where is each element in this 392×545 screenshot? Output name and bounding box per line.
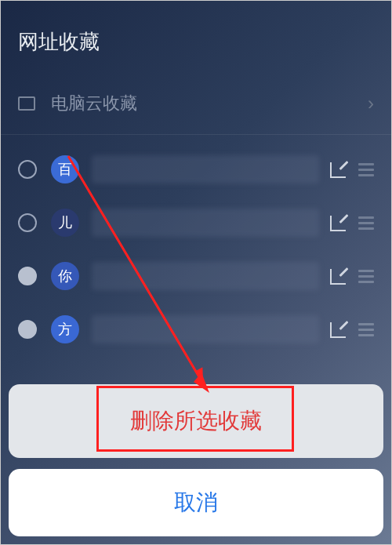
bookmark-title xyxy=(92,315,319,343)
edit-icon[interactable] xyxy=(330,321,347,338)
page-title: 网址收藏 xyxy=(18,28,374,56)
checkbox[interactable] xyxy=(18,320,37,339)
edit-icon[interactable] xyxy=(330,267,347,285)
action-sheet: 删除所选收藏 取消 xyxy=(9,384,383,536)
cancel-button[interactable]: 取消 xyxy=(9,469,383,536)
site-badge: 百 xyxy=(51,155,79,183)
list-item[interactable]: 儿 xyxy=(1,196,391,249)
checkbox[interactable] xyxy=(18,267,37,285)
monitor-icon xyxy=(18,96,35,111)
bookmark-title xyxy=(92,262,319,290)
delete-label: 删除所选收藏 xyxy=(130,409,262,433)
bookmark-title xyxy=(92,155,319,183)
site-badge: 你 xyxy=(51,262,79,290)
edit-icon[interactable] xyxy=(330,214,347,231)
list-item[interactable]: 方 xyxy=(1,303,391,356)
drag-handle-icon[interactable] xyxy=(358,323,374,336)
bookmark-title xyxy=(92,209,319,237)
drag-handle-icon[interactable] xyxy=(358,270,374,283)
cancel-label: 取消 xyxy=(174,490,218,514)
delete-button[interactable]: 删除所选收藏 xyxy=(9,384,383,458)
site-badge: 儿 xyxy=(51,209,79,237)
list-item[interactable]: 你 xyxy=(1,249,391,303)
checkbox[interactable] xyxy=(18,160,37,179)
bookmark-list: 百 儿 你 方 xyxy=(1,135,391,356)
drag-handle-icon[interactable] xyxy=(358,216,374,230)
chevron-right-icon: › xyxy=(368,93,374,114)
cloud-sync-label: 电脑云收藏 xyxy=(51,92,368,115)
list-item[interactable]: 百 xyxy=(1,143,391,196)
drag-handle-icon[interactable] xyxy=(358,163,374,176)
cloud-sync-row[interactable]: 电脑云收藏 › xyxy=(1,76,391,135)
checkbox[interactable] xyxy=(18,213,37,232)
edit-icon[interactable] xyxy=(330,161,347,178)
site-badge: 方 xyxy=(51,315,79,343)
svg-marker-1 xyxy=(192,365,207,383)
